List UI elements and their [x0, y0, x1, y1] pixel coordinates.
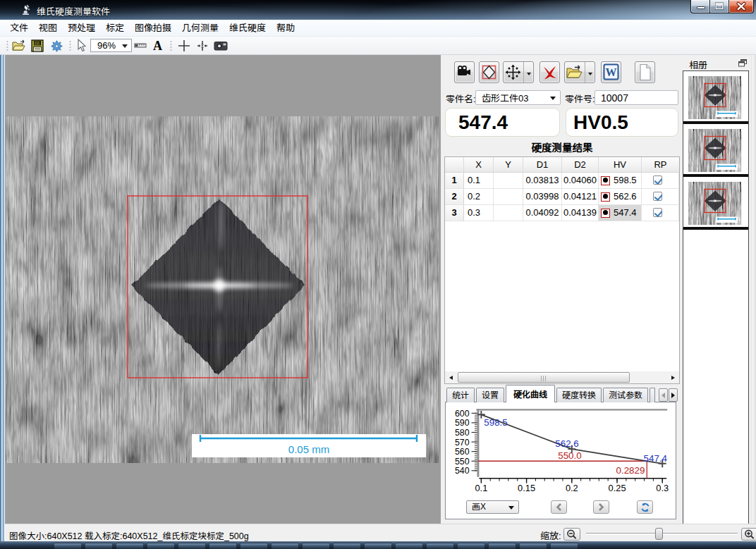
taskbar-button-6[interactable]	[209, 543, 237, 549]
cell-hv[interactable]: 562.6	[599, 189, 642, 205]
move-measure-button[interactable]	[503, 61, 534, 83]
video-camera-button[interactable]	[454, 61, 475, 83]
taskbar-button-16[interactable]	[519, 543, 547, 549]
cell-x[interactable]: 0.2	[464, 189, 494, 205]
scroll-right-button[interactable]	[667, 371, 679, 383]
taskbar-button-15[interactable]	[488, 543, 516, 549]
tab-硬化曲线[interactable]: 硬化曲线	[506, 385, 555, 402]
scrollbar-track[interactable]	[457, 371, 667, 383]
row-number[interactable]: 2	[445, 189, 464, 205]
taskbar-button-3[interactable]	[116, 543, 144, 549]
center-crosshair-icon[interactable]	[195, 39, 209, 52]
move-measure-dropdown[interactable]	[523, 62, 533, 82]
cell-y[interactable]	[494, 205, 523, 221]
open-image-dropdown[interactable]	[585, 62, 595, 82]
tab-硬度转换[interactable]: 硬度转换	[556, 388, 602, 402]
cell-rp[interactable]	[642, 189, 679, 205]
plus-icon[interactable]	[178, 39, 190, 52]
taskbar-button-11[interactable]	[364, 543, 392, 549]
cell-hv[interactable]: 547.4	[599, 205, 642, 221]
ruler-icon[interactable]	[134, 42, 147, 49]
windows-taskbar[interactable]	[0, 541, 756, 549]
taskbar-button-9[interactable]	[302, 543, 330, 549]
tab-统计[interactable]: 统计	[446, 388, 475, 402]
taskbar-button-1[interactable]	[54, 543, 82, 549]
tab-scroll-left-button[interactable]	[659, 388, 668, 402]
open-file-icon[interactable]	[12, 39, 26, 52]
minimize-button[interactable]	[690, 0, 710, 13]
new-page-button[interactable]	[635, 61, 655, 83]
zoom-out-button[interactable]	[563, 528, 580, 541]
open-image-button[interactable]	[564, 61, 595, 83]
album-thumbnail-2[interactable]	[683, 124, 748, 177]
cell-d2[interactable]: 0.04060	[562, 173, 599, 189]
cell-x[interactable]: 0.3	[464, 205, 494, 221]
taskbar-button-4[interactable]	[147, 543, 175, 549]
rp-checkbox-checked[interactable]	[653, 192, 662, 201]
cell-y[interactable]	[494, 189, 523, 205]
column-header-RP[interactable]: RP	[642, 157, 679, 172]
menu-item-5[interactable]: 图像拍摄	[130, 20, 176, 37]
float-panel-icon[interactable]	[738, 59, 747, 67]
cell-d1[interactable]: 0.03813	[523, 173, 562, 189]
cursor-icon[interactable]	[76, 39, 87, 52]
zoom-slider-thumb[interactable]	[655, 528, 663, 540]
horizontal-scrollbar[interactable]	[445, 371, 679, 383]
column-header-X[interactable]: X	[464, 157, 494, 172]
column-header-Y[interactable]: Y	[494, 157, 523, 172]
chart-next-button[interactable]	[593, 500, 609, 514]
album-thumbnail-3[interactable]	[683, 177, 748, 230]
menu-item-8[interactable]: 帮助	[272, 20, 300, 37]
taskbar-button-5[interactable]	[178, 543, 206, 549]
scrollbar-thumb[interactable]	[458, 372, 630, 383]
menu-item-4[interactable]: 标定	[101, 20, 129, 37]
menu-item-3[interactable]: 预处理	[63, 20, 100, 37]
taskbar-button-7[interactable]	[240, 543, 268, 549]
column-header-D2[interactable]: D2	[562, 157, 599, 172]
part-number-input[interactable]: 10007	[595, 90, 678, 105]
tab-测试参数[interactable]: 测试参数	[603, 388, 648, 402]
cell-d1[interactable]: 0.04092	[523, 205, 562, 221]
microscope-image[interactable]: 0.05 mm	[6, 116, 439, 463]
tab-设置[interactable]: 设置	[476, 388, 504, 402]
rp-checkbox-checked[interactable]	[653, 208, 662, 217]
chart-refresh-button[interactable]	[637, 500, 653, 514]
menu-item-1[interactable]: 文件	[5, 20, 33, 37]
chart-prev-button[interactable]	[551, 500, 567, 514]
scroll-left-button[interactable]	[445, 371, 457, 383]
cell-y[interactable]	[494, 173, 523, 189]
menu-item-6[interactable]: 几何测量	[177, 20, 224, 37]
cell-rp[interactable]	[642, 173, 679, 189]
part-name-select[interactable]: 齿形工件03	[475, 90, 561, 105]
close-button[interactable]	[729, 0, 754, 13]
tab-clipped[interactable]	[650, 388, 655, 402]
cell-d1[interactable]: 0.03998	[523, 189, 562, 205]
taskbar-button-12[interactable]	[395, 543, 423, 549]
settings-gear-icon[interactable]	[50, 39, 63, 53]
column-header-HV[interactable]: HV	[599, 157, 642, 172]
row-number[interactable]: 1	[445, 173, 464, 189]
album-thumbnail-1[interactable]	[683, 71, 748, 124]
cell-hv[interactable]: 598.5	[599, 173, 642, 189]
taskbar-button-2[interactable]	[85, 543, 113, 549]
cell-d2[interactable]: 0.04139	[562, 205, 599, 221]
cell-d2[interactable]: 0.04121	[562, 189, 599, 205]
tab-scroll-right-button[interactable]	[669, 388, 678, 402]
column-header-D1[interactable]: D1	[523, 157, 562, 172]
zoom-level-select[interactable]: 96%	[90, 39, 132, 52]
text-tool-icon[interactable]: A	[153, 39, 162, 53]
cell-rp[interactable]	[642, 205, 679, 221]
menu-item-7[interactable]: 维氏硬度	[224, 20, 271, 37]
taskbar-button-13[interactable]	[426, 543, 454, 549]
word-export-button[interactable]: W	[601, 61, 621, 83]
cell-x[interactable]: 0.1	[464, 173, 494, 189]
taskbar-button-17[interactable]	[550, 543, 578, 549]
zoom-in-button[interactable]	[741, 528, 756, 541]
taskbar-button-10[interactable]	[333, 543, 361, 549]
restore-button[interactable]	[710, 0, 729, 13]
column-header-row[interactable]	[445, 157, 464, 172]
row-number[interactable]: 3	[445, 205, 464, 221]
menu-item-2[interactable]: 视图	[34, 20, 62, 37]
save-icon[interactable]	[31, 39, 44, 52]
indent-detect-button[interactable]	[479, 61, 499, 83]
